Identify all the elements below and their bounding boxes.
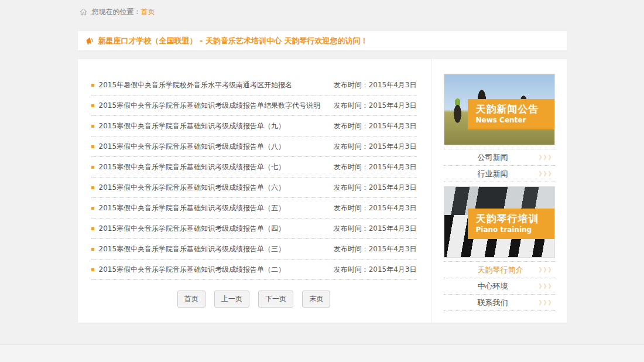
bullet-icon bbox=[91, 207, 94, 210]
sidebar-menu-news: 公司新闻 》》》 行业新闻 》》》 bbox=[444, 149, 556, 182]
megaphone-icon bbox=[85, 36, 95, 46]
breadcrumb-link-home[interactable]: 首页 bbox=[141, 7, 155, 17]
bullet-icon bbox=[91, 104, 94, 107]
news-row: 2015寒假中央音乐学院音乐基础知识考级成绩报告单（五） 发布时间：2015年4… bbox=[91, 198, 417, 218]
bullet-icon bbox=[91, 84, 94, 87]
news-list: 2015年暑假中央音乐学院校外音乐水平考级南通考区开始报名 发布时间：2015年… bbox=[91, 75, 417, 280]
news-banner-overlay: 天韵新闻公告 News Center bbox=[468, 99, 554, 129]
breadcrumb-label: 您现在的位置： bbox=[92, 7, 141, 17]
news-row: 2015寒假中央音乐学院音乐基础知识考级成绩报告单（七） 发布时间：2015年4… bbox=[91, 157, 417, 177]
news-item-title[interactable]: 2015寒假中央音乐学院音乐基础知识考级成绩报告单（四） bbox=[99, 224, 334, 234]
page-last-button[interactable]: 末页 bbox=[302, 291, 330, 308]
page-first-button[interactable]: 首页 bbox=[177, 291, 205, 308]
news-item-title[interactable]: 2015寒假中央音乐学院音乐基础知识考级成绩报告单（七） bbox=[99, 162, 334, 172]
sidebar-menu-training: 天韵琴行简介 》》》 中心环境 》》》 联系我们 》》》 bbox=[444, 261, 556, 311]
sidebar-item-label: 行业新闻 bbox=[444, 169, 539, 179]
sidebar-item-piano-intro[interactable]: 天韵琴行简介 》》》 bbox=[444, 262, 556, 278]
triple-chevron-icon: 》》》 bbox=[539, 153, 556, 162]
news-item-date: 发布时间：2015年4月3日 bbox=[334, 80, 417, 90]
page-next-button[interactable]: 下一页 bbox=[258, 291, 293, 308]
news-item-date: 发布时间：2015年4月3日 bbox=[334, 101, 417, 111]
main-panel: 2015年暑假中央音乐学院校外音乐水平考级南通考区开始报名 发布时间：2015年… bbox=[78, 59, 567, 323]
bullet-icon bbox=[91, 186, 94, 189]
news-item-title[interactable]: 2015寒假中央音乐学院音乐基础知识考级成绩报告单结果数字代号说明 bbox=[99, 101, 334, 111]
news-item-date: 发布时间：2015年4月3日 bbox=[334, 203, 417, 213]
triple-chevron-icon: 》》》 bbox=[539, 266, 556, 274]
sidebar-item-label: 联系我们 bbox=[444, 298, 539, 308]
news-item-title[interactable]: 2015年暑假中央音乐学院校外音乐水平考级南通考区开始报名 bbox=[99, 80, 334, 90]
news-row: 2015寒假中央音乐学院音乐基础知识考级成绩报告单结果数字代号说明 发布时间：2… bbox=[91, 95, 417, 116]
news-row: 2015寒假中央音乐学院音乐基础知识考级成绩报告单（二） 发布时间：2015年4… bbox=[91, 259, 417, 280]
sidebar-item-label: 中心环境 bbox=[444, 281, 539, 292]
news-item-date: 发布时间：2015年4月3日 bbox=[334, 142, 417, 152]
news-row: 2015寒假中央音乐学院音乐基础知识考级成绩报告单（九） 发布时间：2015年4… bbox=[91, 116, 417, 136]
sidebar: 天韵新闻公告 News Center 公司新闻 》》》 行业新闻 》》》 天韵琴… bbox=[431, 59, 567, 323]
pagination: 首页 上一页 下一页 末页 bbox=[91, 291, 417, 308]
news-banner-subtitle: News Center bbox=[476, 116, 551, 124]
triple-chevron-icon: 》》》 bbox=[539, 299, 556, 307]
news-item-title[interactable]: 2015寒假中央音乐学院音乐基础知识考级成绩报告单（二） bbox=[99, 265, 334, 275]
news-item-date: 发布时间：2015年4月3日 bbox=[334, 162, 417, 172]
news-item-title[interactable]: 2015寒假中央音乐学院音乐基础知识考级成绩报告单（九） bbox=[99, 121, 334, 131]
news-item-date: 发布时间：2015年4月3日 bbox=[334, 183, 417, 193]
welcome-banner: 新星座口才学校（全国联盟） - 天韵音乐艺术培训中心 天韵琴行欢迎您的访问！ bbox=[78, 31, 567, 50]
welcome-text: 新星座口才学校（全国联盟） - 天韵音乐艺术培训中心 天韵琴行欢迎您的访问！ bbox=[98, 36, 368, 46]
sidebar-item-company-news[interactable]: 公司新闻 》》》 bbox=[444, 149, 556, 166]
sidebar-item-label: 公司新闻 bbox=[444, 152, 539, 163]
home-icon bbox=[79, 8, 88, 16]
footer-bar bbox=[0, 344, 644, 362]
triple-chevron-icon: 》》》 bbox=[539, 282, 556, 291]
news-item-title[interactable]: 2015寒假中央音乐学院音乐基础知识考级成绩报告单（八） bbox=[99, 142, 334, 152]
training-banner-title: 天韵琴行培训 bbox=[476, 213, 551, 224]
sidebar-item-center-environment[interactable]: 中心环境 》》》 bbox=[444, 278, 556, 295]
bullet-icon bbox=[91, 166, 94, 169]
news-item-date: 发布时间：2015年4月3日 bbox=[334, 244, 417, 254]
news-row: 2015寒假中央音乐学院音乐基础知识考级成绩报告单（八） 发布时间：2015年4… bbox=[91, 136, 417, 157]
news-banner-title: 天韵新闻公告 bbox=[476, 103, 551, 115]
bullet-icon bbox=[91, 145, 94, 148]
breadcrumb: 您现在的位置： 首页 bbox=[78, 0, 567, 17]
news-row: 2015寒假中央音乐学院音乐基础知识考级成绩报告单（四） 发布时间：2015年4… bbox=[91, 218, 417, 239]
sidebar-item-industry-news[interactable]: 行业新闻 》》》 bbox=[444, 166, 556, 182]
bullet-icon bbox=[91, 227, 94, 230]
sidebar-item-contact-us[interactable]: 联系我们 》》》 bbox=[444, 295, 556, 311]
news-item-date: 发布时间：2015年4月3日 bbox=[334, 224, 417, 234]
news-item-title[interactable]: 2015寒假中央音乐学院音乐基础知识考级成绩报告单（五） bbox=[99, 203, 334, 213]
training-banner-overlay: 天韵琴行培训 Piano training bbox=[468, 209, 554, 239]
news-item-date: 发布时间：2015年4月3日 bbox=[334, 265, 417, 275]
news-item-date: 发布时间：2015年4月3日 bbox=[334, 121, 417, 131]
sidebar-item-label: 天韵琴行简介 bbox=[444, 265, 539, 275]
bullet-icon bbox=[91, 248, 94, 251]
news-row: 2015寒假中央音乐学院音乐基础知识考级成绩报告单（六） 发布时间：2015年4… bbox=[91, 177, 417, 198]
bullet-icon bbox=[91, 268, 94, 271]
news-row: 2015寒假中央音乐学院音乐基础知识考级成绩报告单（三） 发布时间：2015年4… bbox=[91, 239, 417, 259]
news-banner-image: 天韵新闻公告 News Center bbox=[444, 74, 555, 145]
news-item-title[interactable]: 2015寒假中央音乐学院音乐基础知识考级成绩报告单（六） bbox=[99, 183, 334, 193]
bullet-icon bbox=[91, 125, 94, 128]
news-item-title[interactable]: 2015寒假中央音乐学院音乐基础知识考级成绩报告单（三） bbox=[99, 244, 334, 254]
news-row: 2015年暑假中央音乐学院校外音乐水平考级南通考区开始报名 发布时间：2015年… bbox=[91, 75, 417, 95]
training-banner-image: 天韵琴行培训 Piano training bbox=[444, 186, 555, 258]
training-banner-subtitle: Piano training bbox=[476, 226, 551, 234]
triple-chevron-icon: 》》》 bbox=[539, 170, 556, 178]
page-prev-button[interactable]: 上一页 bbox=[214, 291, 249, 308]
news-section: 2015年暑假中央音乐学院校外音乐水平考级南通考区开始报名 发布时间：2015年… bbox=[78, 59, 431, 323]
